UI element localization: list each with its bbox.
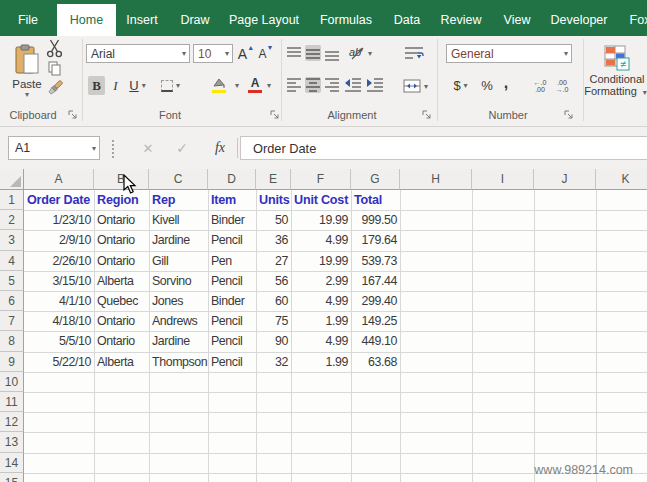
column-header-A[interactable]: A (24, 169, 94, 190)
cell-G5[interactable]: 167.44 (352, 271, 399, 291)
percent-button[interactable]: % (478, 76, 496, 95)
font-color-arrow[interactable]: ▾ (264, 81, 274, 90)
align-top-button[interactable] (286, 45, 302, 61)
select-all-corner[interactable] (0, 169, 24, 190)
column-header-F[interactable]: F (291, 169, 351, 190)
cell-C9[interactable]: Thompson (150, 352, 207, 372)
row-header-7[interactable]: 7 (0, 311, 24, 331)
cell-G6[interactable]: 299.40 (352, 291, 399, 311)
cancel-button[interactable]: ✕ (138, 137, 158, 159)
row-header-6[interactable]: 6 (0, 291, 24, 311)
name-box[interactable]: A1 ▾ (8, 136, 100, 160)
cell-D5[interactable]: Pencil (209, 271, 255, 291)
row-header-15[interactable]: 15 (0, 473, 24, 482)
alignment-dialog-launcher[interactable] (422, 110, 432, 120)
row-header-10[interactable]: 10 (0, 372, 24, 392)
cell-C2[interactable]: Kivell (150, 210, 207, 230)
cell-D3[interactable]: Pencil (209, 230, 255, 250)
align-middle-button[interactable] (305, 45, 321, 61)
underline-button[interactable]: U▾ (126, 76, 152, 95)
borders-button[interactable]: ▾ (158, 76, 186, 95)
cell-A2[interactable]: 1/23/10 (25, 210, 93, 230)
enter-button[interactable]: ✓ (172, 137, 192, 159)
merge-center-button[interactable]: ▾ (402, 77, 432, 95)
number-format-combo[interactable]: General ▾ (446, 44, 572, 63)
cell-G4[interactable]: 539.73 (352, 251, 399, 271)
cell-C6[interactable]: Jones (150, 291, 207, 311)
cell-E9[interactable]: 32 (257, 352, 290, 372)
cut-button[interactable] (46, 39, 63, 58)
cell-B1[interactable]: Region (95, 190, 148, 210)
cell-D6[interactable]: Binder (209, 291, 255, 311)
row-header-12[interactable]: 12 (0, 412, 24, 432)
tab-review[interactable]: Review (434, 4, 488, 36)
cell-B4[interactable]: Ontario (95, 251, 148, 271)
cell-B2[interactable]: Ontario (95, 210, 148, 230)
align-center-button[interactable] (305, 77, 321, 93)
cell-A6[interactable]: 4/1/10 (25, 291, 93, 311)
cell-F1[interactable]: Unit Cost (292, 190, 350, 210)
cell-B8[interactable]: Ontario (95, 331, 148, 351)
cell-C3[interactable]: Jardine (150, 230, 207, 250)
cell-A7[interactable]: 4/18/10 (25, 311, 93, 331)
cell-E5[interactable]: 56 (257, 271, 290, 291)
fill-color-button[interactable] (206, 76, 232, 95)
copy-button[interactable] (48, 61, 62, 76)
clipboard-dialog-launcher[interactable] (68, 110, 78, 120)
formula-input[interactable]: Order Date (240, 136, 647, 160)
row-header-1[interactable]: 1 (0, 190, 24, 210)
cell-F2[interactable]: 19.99 (292, 210, 350, 230)
cell-B7[interactable]: Ontario (95, 311, 148, 331)
tab-developer[interactable]: Developer (545, 4, 613, 36)
cell-E6[interactable]: 60 (257, 291, 290, 311)
align-left-button[interactable] (286, 77, 302, 93)
cell-G9[interactable]: 63.68 (352, 352, 399, 372)
column-header-H[interactable]: H (400, 169, 472, 190)
align-right-button[interactable] (324, 77, 340, 93)
row-header-3[interactable]: 3 (0, 230, 24, 250)
cell-A5[interactable]: 3/15/10 (25, 271, 93, 291)
cell-G3[interactable]: 179.64 (352, 230, 399, 250)
font-color-button[interactable]: A (246, 76, 264, 95)
comma-button[interactable]: , (500, 76, 512, 95)
cell-A3[interactable]: 2/9/10 (25, 230, 93, 250)
cell-F9[interactable]: 1.99 (292, 352, 350, 372)
cell-E4[interactable]: 27 (257, 251, 290, 271)
cell-D4[interactable]: Pen (209, 251, 255, 271)
cell-E3[interactable]: 36 (257, 230, 290, 250)
cell-G1[interactable]: Total (352, 190, 399, 210)
tab-formulas[interactable]: Formulas (314, 4, 378, 36)
cell-A1[interactable]: Order Date (25, 190, 93, 210)
cell-B6[interactable]: Quebec (95, 291, 148, 311)
fill-color-arrow[interactable]: ▾ (232, 81, 242, 90)
cell-E2[interactable]: 50 (257, 210, 290, 230)
format-painter-button[interactable] (46, 79, 64, 98)
bold-button[interactable]: B (88, 76, 105, 95)
insert-function-button[interactable]: fx (210, 137, 230, 159)
cell-F3[interactable]: 4.99 (292, 230, 350, 250)
cell-B3[interactable]: Ontario (95, 230, 148, 250)
cell-A9[interactable]: 5/22/10 (25, 352, 93, 372)
cell-C8[interactable]: Jardine (150, 331, 207, 351)
cell-C1[interactable]: Rep (150, 190, 207, 210)
column-header-I[interactable]: I (472, 169, 534, 190)
row-header-13[interactable]: 13 (0, 432, 24, 452)
cell-F8[interactable]: 4.99 (292, 331, 350, 351)
cell-B9[interactable]: Alberta (95, 352, 148, 372)
align-bottom-button[interactable] (324, 45, 340, 61)
cell-F6[interactable]: 4.99 (292, 291, 350, 311)
row-header-11[interactable]: 11 (0, 392, 24, 412)
increase-indent-button[interactable] (366, 77, 384, 93)
cell-B5[interactable]: Alberta (95, 271, 148, 291)
tab-page-layout[interactable]: Page Layout (224, 4, 304, 36)
italic-button[interactable]: I (109, 76, 122, 95)
cell-D9[interactable]: Pencil (209, 352, 255, 372)
shrink-font-button[interactable]: A▼ (257, 44, 275, 63)
paste-button[interactable]: Paste ▾ (6, 38, 48, 104)
cell-G8[interactable]: 449.10 (352, 331, 399, 351)
cell-C5[interactable]: Sorvino (150, 271, 207, 291)
font-dialog-launcher[interactable] (270, 110, 280, 120)
cell-D7[interactable]: Pencil (209, 311, 255, 331)
wrap-text-button[interactable] (404, 45, 424, 61)
formula-bar-grip[interactable] (112, 140, 114, 158)
